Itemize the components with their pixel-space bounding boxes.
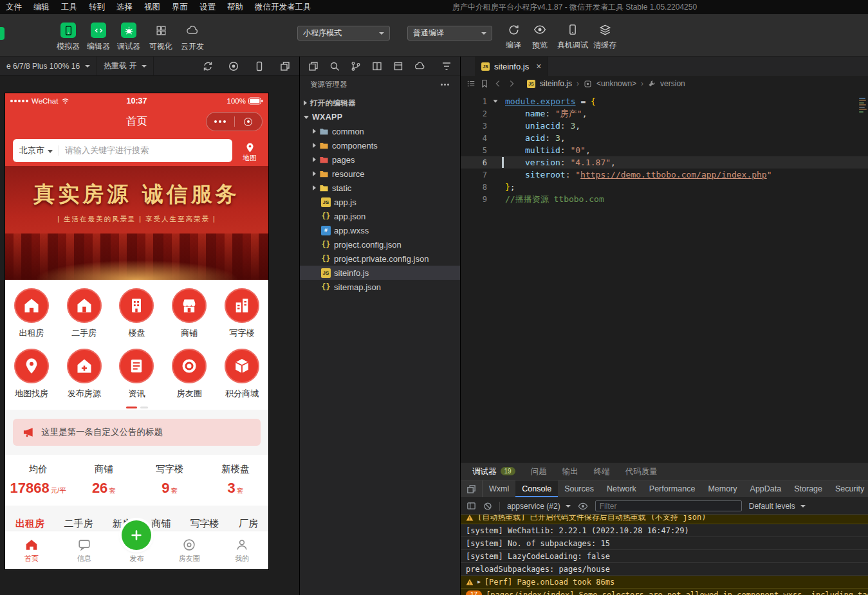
tree-section-open-editors[interactable]: 打开的编辑器 <box>300 96 460 110</box>
tree-item-static[interactable]: static <box>300 181 460 195</box>
phone-icon[interactable] <box>254 61 264 71</box>
tab-messages[interactable]: 信息 <box>58 531 111 569</box>
editor-button[interactable]: 编辑器 <box>82 23 115 52</box>
minimap[interactable] <box>858 96 867 113</box>
menu-item-interface[interactable]: 界面 <box>166 0 194 14</box>
tree-item-sitemap-json[interactable]: sitemap.json <box>300 280 460 294</box>
clear-cache-button[interactable]: 清缓存 <box>587 23 623 51</box>
grid-item-map-search[interactable]: 地图找房 <box>5 349 58 399</box>
capsule-menu-button[interactable] <box>207 113 234 131</box>
rotate-icon[interactable] <box>203 61 213 71</box>
devtools-tab-appdata[interactable]: AppData <box>744 481 788 497</box>
search-icon[interactable] <box>329 61 340 71</box>
console-filter-input[interactable] <box>595 500 742 511</box>
breadcrumb-scope[interactable]: <unknown> <box>596 79 636 88</box>
simulator-button[interactable]: 模拟器 <box>51 23 85 52</box>
tab-moments[interactable]: 房友圈 <box>163 531 216 569</box>
expand-caret-icon[interactable] <box>477 579 481 585</box>
tree-item-pages[interactable]: pages <box>300 152 460 167</box>
cascade-windows-icon[interactable] <box>280 61 290 71</box>
close-icon[interactable] <box>536 61 541 71</box>
mode-select[interactable]: 小程序模式 <box>297 26 390 41</box>
eye-icon[interactable] <box>578 501 588 511</box>
grid-item-offices[interactable]: 写字楼 <box>216 288 268 339</box>
record-icon[interactable] <box>228 61 239 71</box>
outline-icon[interactable] <box>466 79 476 88</box>
devtools-tab-storage[interactable]: Storage <box>788 481 829 497</box>
menu-item-devtools[interactable]: 微信开发者工具 <box>249 0 317 14</box>
devtools-tab-sources[interactable]: Sources <box>558 481 600 497</box>
tree-item-app-js[interactable]: app.js <box>300 195 460 209</box>
devtools-tab-console[interactable]: Console <box>515 481 558 497</box>
tree-item-common[interactable]: common <box>300 124 460 138</box>
console-sidebar-icon[interactable] <box>466 501 476 511</box>
breadcrumb-file[interactable]: siteinfo.js <box>540 79 572 88</box>
menu-item-file[interactable]: 文件 <box>0 0 28 14</box>
tree-item-app-json[interactable]: app.json <box>300 209 460 223</box>
devtools-tab-memory[interactable]: Memory <box>701 481 743 497</box>
visualizer-button[interactable]: 可视化 <box>144 23 178 52</box>
tree-item-components[interactable]: components <box>300 138 460 152</box>
grid-item-news[interactable]: 资讯 <box>111 349 163 399</box>
bookmark-icon[interactable] <box>480 79 489 88</box>
tree-item-siteinfo-js[interactable]: siteinfo.js <box>300 266 460 280</box>
menu-item-edit[interactable]: 编辑 <box>28 0 55 14</box>
publish-plus-button[interactable] <box>122 520 151 550</box>
promo-banner[interactable]: 真实房源 诚信服务 | 生活在最美的风景里 | 享受人生至高荣景 | <box>5 166 268 280</box>
tab-terminal[interactable]: 终端 <box>586 462 618 481</box>
device-select[interactable]: e 6/7/8 Plus 100% 16 <box>0 57 97 75</box>
copy-pages-icon[interactable] <box>308 61 319 71</box>
grid-item-points-mall[interactable]: 积分商城 <box>216 349 268 399</box>
listing-tab-factory[interactable]: 厂房 <box>239 518 258 530</box>
map-button[interactable]: 地图 <box>236 139 263 166</box>
listing-tab-shop[interactable]: 商铺 <box>151 518 171 530</box>
grid-item-moments[interactable]: 房友圈 <box>163 349 216 399</box>
device-toolbar-toggle-icon[interactable] <box>461 481 483 497</box>
menu-item-settings[interactable]: 设置 <box>194 0 221 14</box>
tab-siteinfo-js[interactable]: siteinfo.js <box>475 57 548 76</box>
breadcrumb-symbol[interactable]: version <box>660 79 685 88</box>
debugger-button[interactable]: 调试器 <box>112 23 145 52</box>
package-icon[interactable] <box>393 61 403 71</box>
tree-item-app-wxss[interactable]: app.wxss <box>300 223 460 237</box>
menu-item-goto[interactable]: 转到 <box>83 0 111 14</box>
hot-reload-toggle[interactable]: 热重载 开 <box>97 57 154 75</box>
grid-item-rent-house[interactable]: 出租房 <box>5 288 58 339</box>
split-editor-icon[interactable] <box>372 61 382 71</box>
devtools-tab-security[interactable]: Security <box>829 481 868 497</box>
context-select[interactable]: appservice (#2) <box>507 502 571 511</box>
menu-item-view[interactable]: 视图 <box>138 0 166 14</box>
city-selector[interactable]: 北京市 <box>19 145 44 156</box>
tree-item-resource[interactable]: resource <box>300 167 460 181</box>
devtools-tab-performance[interactable]: Performance <box>643 481 702 497</box>
filter-icon[interactable] <box>441 61 452 71</box>
clear-console-icon[interactable] <box>483 502 492 511</box>
compile-mode-select[interactable]: 普通编译 <box>407 26 492 41</box>
capsule-close-button[interactable] <box>235 113 263 131</box>
tree-section-wxapp[interactable]: WXAPP <box>300 110 460 124</box>
cloud-dev-button[interactable]: 云开发 <box>176 23 209 52</box>
tab-home[interactable]: 首页 <box>5 531 58 569</box>
tab-debugger[interactable]: 调试器19 <box>465 462 523 481</box>
devtools-tab-network[interactable]: Network <box>600 481 643 497</box>
more-actions-icon[interactable] <box>441 84 450 86</box>
tab-publish[interactable]: 发布 <box>111 531 163 569</box>
listing-tab-rent[interactable]: 出租房 <box>15 518 44 530</box>
menu-item-tools[interactable]: 工具 <box>55 0 83 14</box>
cloud-icon[interactable] <box>414 60 425 71</box>
grid-item-publish[interactable]: 发布房源 <box>58 349 111 399</box>
tree-item-project-private-config[interactable]: project.private.config.json <box>300 252 460 266</box>
listing-tab-office[interactable]: 写字楼 <box>190 518 219 530</box>
tree-item-project-config[interactable]: project.config.json <box>300 237 460 252</box>
git-branch-icon[interactable] <box>351 61 361 71</box>
notice-bar[interactable]: 这里是第一条自定义公告的标题 <box>13 419 261 446</box>
tab-profile[interactable]: 我的 <box>216 531 268 569</box>
listing-tab-second-hand[interactable]: 二手房 <box>64 518 93 530</box>
forward-arrow-icon[interactable] <box>507 79 516 88</box>
log-levels-select[interactable]: Default levels <box>749 502 806 511</box>
tab-output[interactable]: 输出 <box>555 462 586 481</box>
grid-item-second-hand[interactable]: 二手房 <box>58 288 111 339</box>
menu-item-help[interactable]: 帮助 <box>221 0 249 14</box>
search-bar[interactable]: 北京市 请输入关键字进行搜索 <box>13 139 232 162</box>
grid-item-buildings[interactable]: 楼盘 <box>111 288 163 339</box>
